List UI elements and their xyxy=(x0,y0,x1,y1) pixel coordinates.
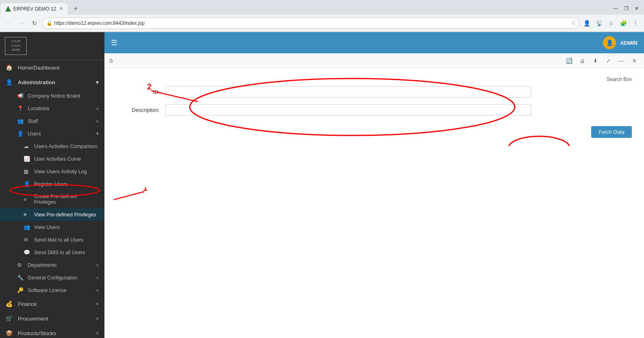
users-label: Users xyxy=(28,131,41,137)
sidebar-item-register-users[interactable]: 👤 Register Users xyxy=(0,178,104,190)
minimize-window-button[interactable]: — xyxy=(611,4,620,13)
logo-text: YOUR LOGO HERE xyxy=(11,39,20,52)
search-box-label: Search Box xyxy=(607,76,632,82)
sidebar: YOUR LOGO HERE 🏠 Home/Dashboard 👤 Admini… xyxy=(0,32,104,338)
activity-log-label: View Users Activity Log xyxy=(34,169,87,174)
sidebar-item-procurement[interactable]: 🛒 Procurement < xyxy=(0,311,104,326)
sidebar-section-administration[interactable]: 👤 Administration ▾ xyxy=(0,75,104,89)
general-config-arrow: < xyxy=(96,275,99,280)
departments-arrow: < xyxy=(96,263,99,268)
administration-arrow: ▾ xyxy=(96,79,99,85)
send-mail-icon: ✉ xyxy=(24,237,31,243)
browser-toolbar-right: 👤 📡 ☆ 🧩 ⋮ xyxy=(581,18,641,28)
procurement-label: Procurement xyxy=(18,316,48,322)
star-icon[interactable]: ☆ xyxy=(606,18,616,28)
sidebar-item-view-pre-defined-privileges[interactable]: ≡ View Pre-defined Privileges xyxy=(0,208,104,221)
refresh-button[interactable]: 🔄 xyxy=(564,56,574,65)
app-container: YOUR LOGO HERE 🏠 Home/Dashboard 👤 Admini… xyxy=(0,32,644,338)
locations-arrow: < xyxy=(96,106,99,111)
view-privileges-label: View Pre-defined Privileges xyxy=(34,212,96,218)
logo-box: YOUR LOGO HERE xyxy=(5,37,27,55)
content-toolbar: S 🔄 🖨 ⬇ ⤢ — ✕ xyxy=(104,53,644,68)
breadcrumb: S xyxy=(109,58,113,64)
sidebar-item-create-pre-defined-privileges[interactable]: ≡ Create Pre-defined Privileges xyxy=(0,190,104,208)
new-tab-button[interactable]: + xyxy=(70,3,81,14)
tab-close-button[interactable]: ✕ xyxy=(59,6,63,11)
cast-icon[interactable]: 📡 xyxy=(594,18,604,28)
back-button[interactable]: ← xyxy=(3,18,14,28)
register-users-label: Register Users xyxy=(34,181,68,187)
close-window-button[interactable]: ✕ xyxy=(632,4,642,13)
main-content: ☰ 👤 ADMIN S 🔄 🖨 ⬇ ⤢ — ✕ xyxy=(104,32,644,338)
bookmark-icon[interactable]: ☆ xyxy=(571,20,576,26)
software-license-arrow: < xyxy=(96,288,99,293)
activities-curve-icon: 📈 xyxy=(24,156,31,162)
activities-curve-label: User Activities Curve xyxy=(34,156,81,162)
minimize-button[interactable]: — xyxy=(616,56,626,65)
sidebar-item-company-notice-board[interactable]: 📢 Company Notice Board xyxy=(0,89,104,102)
address-bar-icons: ☆ xyxy=(571,20,576,26)
extensions-icon[interactable]: 🧩 xyxy=(618,18,629,28)
tab-favicon xyxy=(5,6,11,12)
sidebar-item-users-activities-comparison[interactable]: ☁ Users Activities Comparison xyxy=(0,140,104,153)
id-input[interactable] xyxy=(165,86,531,98)
window-controls: — ❐ ✕ xyxy=(611,4,644,13)
sidebar-item-home[interactable]: 🏠 Home/Dashboard xyxy=(0,60,104,75)
users-icon: 👤 xyxy=(17,131,24,137)
sidebar-item-user-activities-curve[interactable]: 📈 User Activities Curve xyxy=(0,153,104,165)
products-stocks-icon: 📦 xyxy=(6,330,14,336)
staff-arrow: < xyxy=(96,119,99,124)
form-area: Search Box ID: Description: Fetch Data xyxy=(104,68,644,146)
description-label: Description: xyxy=(117,107,165,113)
menu-icon[interactable]: ⋮ xyxy=(630,18,641,28)
username-label: ADMIN xyxy=(620,40,637,46)
sidebar-item-finance[interactable]: 💰 Finance < xyxy=(0,297,104,311)
print-button[interactable]: 🖨 xyxy=(577,56,587,65)
home-label: Home/Dashboard xyxy=(18,65,59,71)
software-license-icon: 🔑 xyxy=(17,287,24,293)
register-users-icon: 👤 xyxy=(24,181,31,187)
software-license-label: Software License xyxy=(28,288,67,293)
staff-icon: 👥 xyxy=(17,118,24,124)
account-icon[interactable]: 👤 xyxy=(581,18,592,28)
sidebar-item-send-sms[interactable]: 💬 Send SMS to all Users xyxy=(0,246,104,259)
hamburger-menu-icon[interactable]: ☰ xyxy=(111,38,117,47)
locations-icon: 📍 xyxy=(17,105,24,111)
secure-icon: 🔒 xyxy=(46,20,52,26)
finance-icon: 💰 xyxy=(6,301,14,307)
finance-label: Finance xyxy=(18,301,37,307)
content-area: S 🔄 🖨 ⬇ ⤢ — ✕ Search Box ID: xyxy=(104,53,644,338)
active-tab[interactable]: ERPREV DEMO 12 ✕ xyxy=(0,2,68,15)
sidebar-item-departments[interactable]: ⚙ Departments < xyxy=(0,259,104,271)
description-input[interactable] xyxy=(165,104,531,116)
departments-label: Departments xyxy=(28,262,57,268)
procurement-icon: 🛒 xyxy=(6,315,14,322)
send-sms-icon: 💬 xyxy=(24,249,31,255)
address-bar: ← → ↻ 🔒 ☆ 👤 📡 ☆ 🧩 ⋮ xyxy=(0,15,644,32)
general-config-icon: 🔧 xyxy=(17,275,24,281)
top-header: ☰ 👤 ADMIN xyxy=(104,32,644,53)
sidebar-item-staff[interactable]: 👥 Staff < xyxy=(0,115,104,127)
tab-title: ERPREV DEMO 12 xyxy=(13,6,56,12)
restore-window-button[interactable]: ❐ xyxy=(621,4,631,13)
url-input[interactable] xyxy=(42,17,579,29)
close-content-button[interactable]: ✕ xyxy=(629,56,639,65)
sidebar-item-send-mail[interactable]: ✉ Send Mail to all Users xyxy=(0,233,104,246)
create-privileges-icon: ≡ xyxy=(24,196,31,203)
sidebar-item-general-configuration[interactable]: 🔧 General Configuration < xyxy=(0,271,104,284)
sidebar-item-users[interactable]: 👤 Users ▾ xyxy=(0,127,104,140)
expand-button[interactable]: ⤢ xyxy=(603,56,613,65)
send-mail-label: Send Mail to all Users xyxy=(34,237,84,243)
view-users-label: View Users xyxy=(34,225,60,230)
forward-button[interactable]: → xyxy=(16,18,27,28)
fetch-data-button[interactable]: Fetch Data xyxy=(591,126,632,138)
download-button[interactable]: ⬇ xyxy=(590,56,600,65)
sidebar-item-view-users-activity-log[interactable]: ▦ View Users Activity Log xyxy=(0,165,104,178)
sidebar-item-products-stocks[interactable]: 📦 Products/Stocks < xyxy=(0,326,104,338)
sidebar-item-locations[interactable]: 📍 Locations < xyxy=(0,102,104,115)
reload-button[interactable]: ↻ xyxy=(29,18,40,28)
sidebar-item-view-users[interactable]: 👥 View Users xyxy=(0,221,104,233)
locations-label: Locations xyxy=(28,106,50,111)
toolbar-actions: 🔄 🖨 ⬇ ⤢ — ✕ xyxy=(564,56,639,65)
sidebar-item-software-license[interactable]: 🔑 Software License < xyxy=(0,284,104,297)
